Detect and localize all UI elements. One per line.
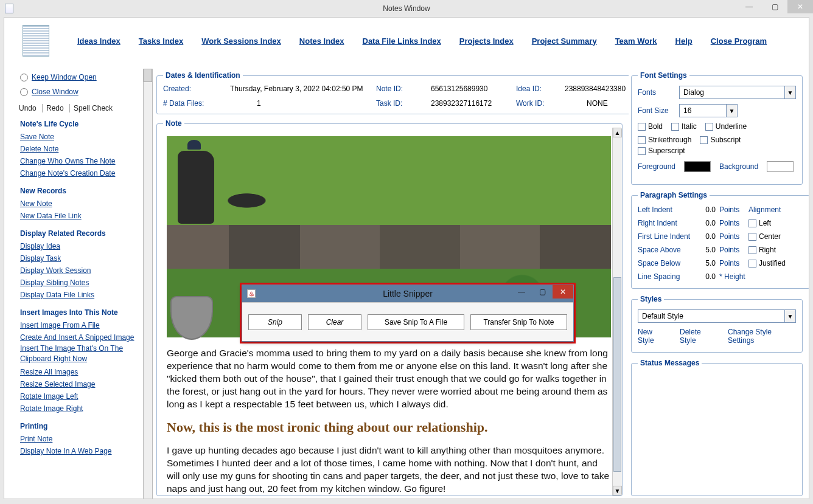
keep-window-open-label[interactable]: Keep Window Open [32, 71, 97, 83]
italic-checkbox[interactable]: Italic [671, 122, 697, 131]
space-below-unit: Points [719, 259, 748, 268]
save-snip-button[interactable]: Save Snip To A File [368, 314, 464, 330]
change-owner-link[interactable]: Change Who Owns The Note [20, 155, 137, 167]
datafiles-label: # Data Files: [163, 99, 224, 108]
window-controls: — ▢ ✕ [736, 0, 813, 13]
display-work-session-link[interactable]: Display Work Session [20, 264, 137, 277]
undo-button[interactable]: Undo [19, 104, 40, 112]
minimize-button[interactable]: — [736, 0, 762, 13]
superscript-checkbox[interactable]: Superscript [638, 147, 685, 155]
strikethrough-checkbox[interactable]: Strikethrough [638, 136, 691, 144]
chevron-down-icon[interactable]: ▼ [726, 105, 737, 117]
snipper-titlebar[interactable]: ♨ Little Snipper — ▢ ✕ [242, 285, 573, 302]
keep-window-open-radio[interactable] [20, 74, 28, 81]
datafiles-value: 1 [230, 99, 370, 108]
scroll-down-icon[interactable]: ▼ [613, 486, 622, 495]
scroll-up-icon[interactable]: ▲ [613, 128, 622, 137]
display-sibling-notes-link[interactable]: Display Sibling Notes [20, 277, 137, 289]
chevron-down-icon[interactable]: ▼ [784, 86, 795, 98]
close-window-radio[interactable] [20, 88, 28, 96]
menu-tasks-index[interactable]: Tasks Index [139, 36, 183, 46]
create-snipped-image-link[interactable]: Create And Insert A Snipped Image [20, 331, 137, 343]
display-in-web-link[interactable]: Display Note In A Web Page [20, 445, 137, 457]
snip-button[interactable]: Snip [248, 314, 302, 330]
rotate-left-link[interactable]: Rotate Image Left [20, 390, 137, 402]
delete-note-link[interactable]: Delete Note [20, 143, 137, 155]
new-style-link[interactable]: New Style [638, 328, 669, 345]
resize-selected-image-link[interactable]: Resize Selected Image [20, 378, 137, 390]
app-notes-icon [23, 25, 49, 57]
scroll-thumb-icon[interactable] [144, 69, 152, 82]
printing-header: Printing [20, 422, 137, 430]
note-editor[interactable]: ♨ Little Snipper — ▢ ✕ Snip Clear Save S [163, 133, 616, 496]
menu-close-program[interactable]: Close Program [711, 36, 767, 46]
align-justified-checkbox[interactable]: Justified [748, 259, 803, 268]
new-note-link[interactable]: New Note [20, 198, 137, 210]
menu-projects-index[interactable]: Projects Index [459, 36, 514, 46]
menu-notes-index[interactable]: Notes Index [299, 36, 344, 46]
menu-help[interactable]: Help [675, 36, 693, 46]
pane-divider-left[interactable] [143, 69, 153, 499]
taskid-label: Task ID: [376, 99, 425, 108]
resize-all-images-link[interactable]: Resize All Images [20, 366, 137, 378]
styles-legend: Styles [638, 295, 664, 303]
transfer-snip-button[interactable]: Transfer Snip To Note [470, 314, 567, 330]
print-note-link[interactable]: Print Note [20, 433, 137, 445]
left-indent-label: Left Indent [638, 205, 695, 214]
bold-checkbox[interactable]: Bold [638, 122, 663, 131]
fonts-combo[interactable]: Dialog ▼ [679, 86, 796, 99]
scroll-thumb[interactable] [613, 277, 621, 472]
font-settings-box: Font Settings Fonts Dialog ▼ Font Size 1… [631, 71, 803, 185]
background-swatch[interactable] [767, 161, 794, 172]
noteid-value: 65613125689930 [431, 85, 510, 93]
display-idea-link[interactable]: Display Idea [20, 240, 137, 252]
menu-data-file-links-index[interactable]: Data File Links Index [363, 36, 441, 46]
new-data-file-link[interactable]: New Data File Link [20, 210, 137, 222]
insert-clipboard-image-link[interactable]: Insert The Image That's On The Clipboard… [20, 343, 137, 364]
little-snipper-window: ♨ Little Snipper — ▢ ✕ Snip Clear Save S [242, 285, 574, 342]
underline-checkbox[interactable]: Underline [705, 122, 747, 131]
line-spacing-label: Line Spacing [638, 272, 695, 281]
maximize-button[interactable]: ▢ [762, 0, 787, 13]
spellcheck-button[interactable]: Spell Check [69, 104, 116, 112]
rotate-right-link[interactable]: Rotate Image Right [20, 402, 137, 415]
noteid-label: Note ID: [376, 85, 425, 93]
note-legend: Note [163, 119, 184, 128]
change-style-settings-link[interactable]: Change Style Settings [728, 328, 796, 345]
fontsize-combo[interactable]: 16 ▼ [679, 104, 738, 117]
change-creation-date-link[interactable]: Change Note's Creation Date [20, 167, 137, 179]
right-indent-label: Right Indent [638, 219, 695, 227]
close-window-label[interactable]: Close Window [32, 86, 79, 98]
menu-project-summary[interactable]: Project Summary [532, 36, 597, 46]
display-task-link[interactable]: Display Task [20, 252, 137, 264]
align-center-checkbox[interactable]: Center [748, 232, 803, 241]
scroll-track[interactable] [613, 137, 622, 486]
snipper-close-button[interactable]: ✕ [553, 285, 573, 299]
note-text[interactable]: George and Gracie's momma used to bring … [167, 347, 611, 495]
menu-work-sessions-index[interactable]: Work Sessions Index [201, 36, 281, 46]
new-records-header: New Records [20, 187, 137, 195]
chevron-down-icon[interactable]: ▼ [784, 310, 795, 322]
menu-ideas-index[interactable]: Ideas Index [77, 36, 120, 46]
subscript-checkbox[interactable]: Subscript [700, 136, 741, 144]
redo-button[interactable]: Redo [42, 104, 68, 112]
menu-team-work[interactable]: Team Work [615, 36, 657, 46]
style-combo[interactable]: Default Style ▼ [638, 309, 796, 323]
foreground-swatch[interactable] [684, 161, 711, 172]
close-button[interactable]: ✕ [787, 0, 813, 13]
align-right-checkbox[interactable]: Right [748, 246, 803, 254]
snipper-minimize-button[interactable]: — [511, 285, 532, 299]
clear-button[interactable]: Clear [308, 314, 361, 330]
font-settings-legend: Font Settings [638, 71, 689, 80]
snipper-maximize-button[interactable]: ▢ [532, 285, 553, 299]
space-below-label: Space Below [638, 259, 695, 268]
display-data-file-links-link[interactable]: Display Data File Links [20, 289, 137, 301]
save-note-link[interactable]: Save Note [20, 131, 137, 143]
insert-image-file-link[interactable]: Insert Image From A File [20, 319, 137, 331]
note-scrollbar[interactable]: ▲ ▼ [612, 128, 622, 495]
delete-style-link[interactable]: Delete Style [680, 328, 717, 345]
align-left-checkbox[interactable]: Left [748, 219, 803, 227]
fontsize-label: Font Size [638, 106, 674, 115]
display-related-header: Display Related Records [20, 229, 137, 238]
fontsize-value: 16 [683, 106, 691, 115]
